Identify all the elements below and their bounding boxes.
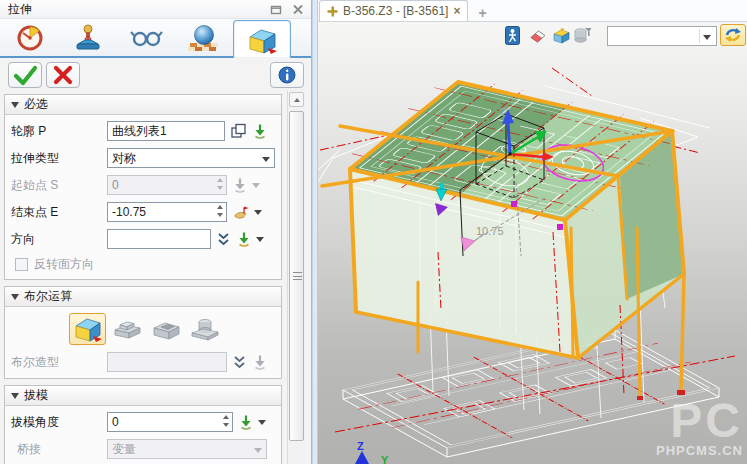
cancel-x-icon: [51, 64, 75, 86]
start-point-label: 起始点 S: [11, 177, 107, 194]
z-axis-arrow[interactable]: [508, 123, 510, 154]
draft-pick-button[interactable]: [238, 414, 254, 430]
restore-window-button[interactable]: [267, 2, 285, 16]
guide-post: [681, 274, 684, 392]
dialog-title: 拉伸: [0, 1, 267, 18]
profile-input[interactable]: [107, 121, 225, 141]
expand-double-chevron-button[interactable]: [216, 231, 231, 247]
post-tip: [677, 390, 685, 395]
extrude-dialog: 拉伸: [0, 0, 312, 464]
filter-button[interactable]: [574, 27, 592, 48]
boolean-op-buttons: [69, 313, 275, 345]
end-point-input[interactable]: [107, 202, 227, 222]
document-tab-title: B-356.Z3 - [B-3561]: [343, 4, 448, 18]
section-draft: 拔模 拔模角度: [4, 385, 282, 464]
tab-stamp[interactable]: [59, 19, 117, 56]
double-chevron-down-icon: [216, 231, 231, 247]
section-draft-title: 拔模: [24, 387, 48, 404]
start-options-caret-icon: [252, 183, 260, 188]
pick-face-button[interactable]: [552, 27, 571, 48]
post-tip: [637, 396, 643, 400]
section-boolean-title: 布尔运算: [24, 288, 72, 305]
draft-angle-label: 拔模角度: [11, 414, 107, 431]
extrude-type-row: 拉伸类型 对称: [11, 147, 275, 169]
view-axis-indicator: Z Y: [355, 440, 389, 464]
flip-face-row: 反转面方向: [15, 255, 275, 273]
collapse-arrow-icon: [11, 294, 19, 300]
tab-gauge[interactable]: [1, 19, 59, 56]
magenta-point-handle[interactable]: [557, 224, 563, 230]
section-boolean-header[interactable]: 布尔运算: [5, 287, 281, 307]
exit-sketch-button[interactable]: [505, 26, 520, 49]
tab-glasses[interactable]: [117, 19, 175, 56]
3d-viewport[interactable]: Z 10.75 Z Y: [318, 22, 747, 464]
dialog-toolbar-tabs: [0, 19, 311, 58]
double-chevron-down-icon: [232, 354, 247, 370]
boolean-op-base-button[interactable]: [69, 313, 106, 345]
direction-input[interactable]: [107, 229, 211, 249]
end-options-caret-icon[interactable]: [254, 210, 262, 215]
document-plus-icon: [327, 6, 338, 17]
restore-icon: [270, 4, 282, 15]
triad-z-label: Z: [500, 107, 506, 118]
walking-person-icon: [505, 26, 520, 45]
info-button[interactable]: [270, 62, 304, 88]
panel-scrollbar[interactable]: [287, 90, 305, 464]
section-draft-header[interactable]: 拔模: [5, 386, 281, 406]
boolean-expand-chevron: [232, 354, 247, 370]
end-spinner[interactable]: [214, 203, 225, 219]
flip-face-label: 反转面方向: [34, 256, 94, 273]
pick-profile-button[interactable]: [252, 123, 268, 139]
remove-shape-icon: [150, 316, 182, 342]
boolean-op-remove-button[interactable]: [147, 313, 184, 345]
profile-row: 轮廓 P: [11, 120, 275, 142]
axis-z-label: Z: [357, 440, 364, 452]
scrollbar-thumb[interactable]: [289, 111, 304, 441]
hand-flag-icon: [232, 204, 250, 220]
draft-angle-spinner[interactable]: [220, 413, 231, 429]
view-preset-select[interactable]: [607, 26, 717, 46]
magenta-point-handle[interactable]: [511, 201, 517, 207]
erase-button[interactable]: [529, 29, 547, 47]
document-tab[interactable]: B-356.Z3 - [B-3561] ×: [319, 0, 468, 21]
dialog-form: 必选 轮廓 P: [0, 90, 286, 464]
profile-label: 轮廓 P: [11, 123, 107, 140]
document-tab-close[interactable]: ×: [453, 4, 460, 18]
boolean-op-intersect-button[interactable]: [186, 313, 223, 345]
direction-pick-button[interactable]: [236, 231, 252, 247]
boolean-shape-label: 布尔造型: [11, 354, 107, 371]
end-point-row: 结束点 E: [11, 201, 275, 223]
regen-view-button[interactable]: [720, 24, 746, 46]
start-pick-button-disabled: [232, 177, 248, 193]
direction-row: 方向: [11, 228, 275, 250]
section-required-header[interactable]: 必选: [5, 95, 281, 115]
draft-angle-input[interactable]: [107, 412, 233, 432]
curve-list-button[interactable]: [230, 123, 247, 139]
start-spinner: [214, 176, 225, 192]
tab-extrude[interactable]: [233, 20, 291, 58]
document-tab-bar: B-356.Z3 - [B-3561] × +: [318, 0, 747, 22]
bridge-select: 变量: [107, 439, 267, 459]
ok-button[interactable]: [8, 62, 42, 88]
extrude-type-select[interactable]: 对称: [107, 148, 275, 168]
green-down-arrow-icon: [238, 414, 254, 430]
boolean-shape-row: 布尔造型: [11, 351, 275, 373]
scrollbar-up-arrow[interactable]: [289, 92, 304, 107]
tab-sphere[interactable]: [175, 19, 233, 56]
start-point-row: 起始点 S: [11, 174, 275, 196]
3d-scene[interactable]: Z 10.75 Z Y: [318, 22, 747, 464]
new-document-tab-button[interactable]: +: [468, 5, 496, 21]
cancel-button[interactable]: [46, 62, 80, 88]
axis-z-arrow-icon: [355, 451, 369, 464]
close-dialog-button[interactable]: [289, 2, 307, 16]
draft-options-caret-icon[interactable]: [258, 420, 266, 425]
direction-label: 方向: [11, 231, 107, 248]
green-down-arrow-icon: [252, 123, 268, 139]
offset-to-face-button[interactable]: [232, 204, 250, 220]
bridge-value: 变量: [112, 441, 136, 458]
boolean-pick-button-disabled: [252, 354, 268, 370]
boolean-op-add-button[interactable]: [108, 313, 145, 345]
direction-options-caret-icon[interactable]: [256, 237, 264, 242]
cycle-arrows-icon: [723, 26, 743, 44]
eraser-icon: [529, 29, 547, 43]
